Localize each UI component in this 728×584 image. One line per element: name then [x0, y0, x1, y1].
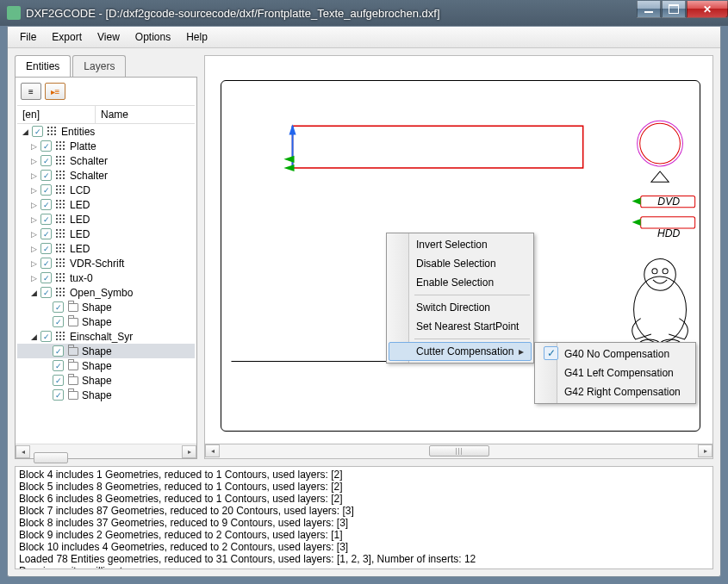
tree-row[interactable]: ◢✓Open_Symbo: [17, 285, 195, 300]
expand-arrow-icon[interactable]: ▷: [29, 186, 38, 195]
tree-row[interactable]: ✓Shape: [17, 358, 195, 373]
tree-row[interactable]: ▷✓Platte: [17, 139, 195, 153]
expand-arrow-icon[interactable]: ▷: [29, 259, 38, 268]
expand-arrow-icon[interactable]: ▷: [29, 230, 38, 239]
checkbox[interactable]: ✓: [40, 228, 52, 239]
scroll-right-button[interactable]: ▸: [182, 445, 196, 458]
menu-switch-direction[interactable]: Switch Direction: [389, 298, 532, 317]
tree-h-scrollbar[interactable]: ◂ ▸: [16, 444, 196, 458]
minimize-button[interactable]: [637, 1, 661, 18]
expand-arrow-icon[interactable]: ▷: [29, 274, 38, 283]
svg-rect-53: [63, 207, 65, 208]
checkbox[interactable]: ✓: [53, 360, 64, 371]
menu-enable-selection[interactable]: Enable Selection: [389, 273, 532, 292]
menu-set-nearest-startpoint[interactable]: Set Nearest StartPoint: [389, 317, 532, 336]
tree-row[interactable]: ▷✓LED: [17, 212, 195, 227]
tree-label: Einschalt_Syr: [70, 331, 133, 343]
context-menu[interactable]: Invert Selection Disable Selection Enabl…: [386, 233, 534, 363]
entity-tree[interactable]: ◢✓Entities▷✓Platte▷✓Schalter▷✓Schalter▷✓…: [17, 124, 195, 444]
maximize-button[interactable]: [662, 1, 686, 18]
svg-rect-116: [63, 339, 65, 340]
expand-all-button[interactable]: ▸≡: [45, 83, 65, 100]
scroll-thumb[interactable]: [429, 445, 489, 457]
expand-arrow-icon[interactable]: ◢: [29, 289, 38, 297]
log-line: Loaded 78 Entities geometries, reduced t…: [19, 553, 709, 565]
scroll-right-button[interactable]: ▸: [698, 444, 712, 457]
tree-row[interactable]: ✓Shape: [17, 388, 195, 402]
expand-arrow-icon[interactable]: ▷: [29, 215, 38, 224]
checkbox[interactable]: ✓: [40, 258, 52, 269]
menu-g42-right-compensation[interactable]: G42 Right Compensation: [537, 382, 694, 401]
checkbox[interactable]: ✓: [40, 155, 52, 166]
svg-rect-52: [59, 207, 61, 208]
scroll-left-button[interactable]: ◂: [205, 444, 220, 457]
expand-arrow-icon[interactable]: ▷: [29, 142, 38, 151]
tree-row[interactable]: ▷✓tux-0: [17, 270, 195, 285]
tree-header-col1[interactable]: [en]: [17, 106, 95, 123]
checkbox[interactable]: ✓: [40, 140, 52, 152]
folder-icon: [66, 318, 80, 326]
collapse-all-button[interactable]: ≡: [21, 83, 41, 100]
menu-g41-left-compensation[interactable]: G41 Left Compensation: [537, 363, 694, 382]
log-panel[interactable]: Block 4 includes 1 Geometries, reduced t…: [15, 466, 713, 569]
menu-g40-no-compensation[interactable]: G40 No Compensation: [537, 345, 694, 363]
grid-icon: [54, 244, 68, 254]
tree-label: Schalter: [70, 155, 108, 167]
tree-label: Shape: [82, 389, 112, 401]
menu-disable-selection[interactable]: Disable Selection: [389, 254, 532, 273]
tree-row[interactable]: ◢✓Entities: [17, 124, 195, 139]
checkbox[interactable]: ✓: [40, 170, 52, 181]
tree-row[interactable]: ▷✓Schalter: [17, 168, 195, 183]
checkbox[interactable]: ✓: [32, 126, 43, 137]
checkbox[interactable]: ✓: [53, 316, 64, 327]
menu-view[interactable]: View: [90, 29, 127, 45]
checkbox[interactable]: ✓: [40, 272, 52, 283]
scroll-thumb[interactable]: [34, 452, 68, 463]
checkbox[interactable]: ✓: [40, 243, 52, 254]
checkbox[interactable]: ✓: [40, 214, 52, 225]
checkbox[interactable]: ✓: [53, 301, 64, 313]
tree-row[interactable]: ◢✓Einschalt_Syr: [17, 329, 195, 344]
menu-options[interactable]: Options: [128, 29, 177, 45]
tree-row[interactable]: ▷✓LED: [17, 227, 195, 241]
menu-cutter-compensation[interactable]: Cutter Compensation: [389, 342, 532, 361]
canvas[interactable]: DVD HDD: [204, 55, 713, 444]
svg-rect-64: [59, 229, 61, 231]
expand-arrow-icon[interactable]: ▷: [29, 201, 38, 209]
tree-row[interactable]: ▷✓LCD: [17, 183, 195, 197]
expand-arrow-icon[interactable]: ▷: [29, 157, 38, 165]
tree-row[interactable]: ▷✓VDR-Schrift: [17, 256, 195, 270]
expand-arrow-icon[interactable]: ▷: [29, 171, 38, 180]
expand-arrow-icon[interactable]: ◢: [29, 332, 38, 341]
expand-arrow-icon[interactable]: ▷: [29, 245, 38, 253]
menu-help[interactable]: Help: [179, 29, 215, 45]
menu-file[interactable]: File: [13, 29, 43, 45]
canvas-h-scrollbar[interactable]: ◂ ▸: [204, 444, 713, 459]
tree-row[interactable]: ✓Shape: [17, 344, 195, 358]
scroll-track[interactable]: [220, 444, 698, 458]
tree-row[interactable]: ✓Shape: [17, 314, 195, 329]
scroll-left-button[interactable]: ◂: [16, 445, 30, 458]
tree-row[interactable]: ▷✓LED: [17, 197, 195, 212]
checkbox[interactable]: ✓: [40, 199, 52, 210]
checkbox[interactable]: ✓: [53, 375, 64, 386]
tab-layers[interactable]: Layers: [72, 55, 126, 77]
tab-entities[interactable]: Entities: [15, 55, 71, 77]
checkbox[interactable]: ✓: [53, 389, 64, 401]
tree-row[interactable]: ✓Shape: [17, 300, 195, 314]
svg-rect-29: [63, 171, 65, 172]
tree-row[interactable]: ▷✓LED: [17, 241, 195, 256]
tree-row[interactable]: ▷✓Schalter: [17, 153, 195, 168]
checkbox[interactable]: ✓: [40, 287, 52, 298]
submenu-cutter-compensation[interactable]: G40 No Compensation G41 Left Compensatio…: [534, 342, 696, 404]
close-button[interactable]: [687, 1, 728, 18]
checkbox[interactable]: ✓: [40, 184, 52, 196]
log-line: Block 4 includes 1 Geometries, reduced t…: [19, 469, 709, 481]
menu-invert-selection[interactable]: Invert Selection: [389, 235, 532, 254]
menu-export[interactable]: Export: [45, 29, 89, 45]
checkbox[interactable]: ✓: [40, 331, 52, 342]
tree-header-col2[interactable]: Name: [95, 106, 195, 123]
tree-row[interactable]: ✓Shape: [17, 373, 195, 388]
checkbox[interactable]: ✓: [53, 345, 64, 357]
expand-arrow-icon[interactable]: ◢: [21, 127, 29, 136]
